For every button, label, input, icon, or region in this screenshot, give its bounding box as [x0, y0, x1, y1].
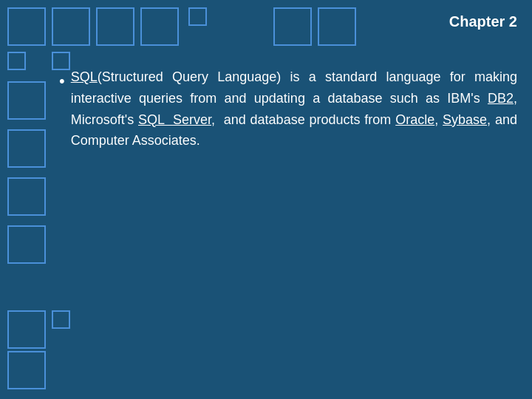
db2-link[interactable]: DB2	[488, 91, 514, 106]
sql-link[interactable]: SQL	[71, 69, 98, 84]
slide-container: Chapter 2 • SQL(Structured Query Languag…	[0, 0, 532, 399]
square-12	[7, 177, 46, 216]
square-3	[96, 7, 134, 46]
square-8	[7, 52, 26, 70]
square-7	[318, 7, 356, 46]
bullet-icon: •	[59, 68, 65, 94]
square-5	[188, 7, 207, 26]
bullet-item: • SQL(Structured Query Language) is a st…	[59, 66, 517, 151]
square-16	[7, 351, 46, 389]
square-14	[7, 310, 46, 349]
square-1	[7, 7, 46, 46]
square-4	[140, 7, 179, 46]
content-area: • SQL(Structured Query Language) is a st…	[59, 66, 517, 355]
bullet-text: SQL(Structured Query Language) is a stan…	[71, 66, 517, 151]
square-6	[273, 7, 312, 46]
oracle-link[interactable]: Oracle	[395, 112, 434, 127]
square-10	[7, 81, 46, 120]
square-13	[7, 225, 46, 264]
square-11	[7, 129, 46, 168]
sql-server-link[interactable]: SQL Server	[138, 112, 211, 127]
chapter-title: Chapter 2	[449, 13, 517, 30]
sybase-link[interactable]: Sybase	[443, 112, 487, 127]
square-2	[52, 7, 90, 46]
